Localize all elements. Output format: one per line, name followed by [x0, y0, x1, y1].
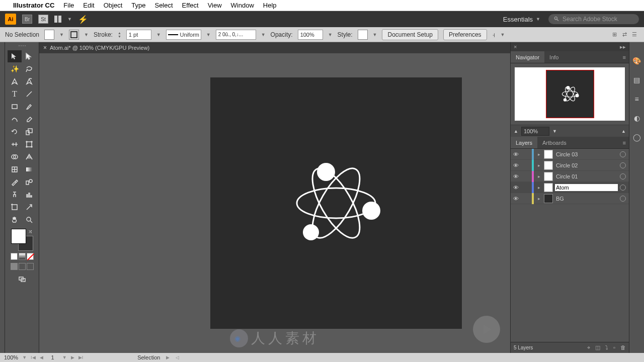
expand-layer-icon[interactable]: ▸ — [536, 174, 542, 179]
appearance-panel-icon[interactable]: ◯ — [632, 133, 641, 142]
visibility-toggle-icon[interactable]: 👁 — [511, 185, 521, 191]
slice-tool[interactable] — [22, 201, 36, 213]
stroke-weight-dropdown-icon[interactable]: ▼ — [156, 32, 161, 37]
preferences-button[interactable]: Preferences — [443, 29, 487, 40]
fill-stroke-swatch[interactable]: ⤭ — [11, 229, 33, 251]
navigator-thumbnail[interactable] — [515, 67, 625, 121]
zoom-out-icon[interactable]: ▲ — [514, 129, 518, 134]
align-dropdown-icon[interactable]: ▼ — [501, 32, 505, 37]
left-collapse-strip[interactable] — [0, 42, 5, 353]
shape-builder-tool[interactable] — [8, 151, 22, 163]
layer-name[interactable]: BG — [555, 196, 618, 202]
align-icon[interactable]: ⫞ — [492, 31, 496, 39]
free-transform-tool[interactable] — [22, 138, 36, 150]
foreground-swatch[interactable] — [11, 229, 26, 244]
opacity-dropdown-icon[interactable]: ▼ — [328, 32, 333, 37]
prev-artboard-icon[interactable]: ◀ — [40, 355, 43, 360]
opacity-input[interactable]: 100% — [298, 30, 323, 40]
shaper-tool[interactable] — [8, 113, 22, 125]
draw-normal-icon[interactable] — [11, 263, 18, 270]
layer-name[interactable]: Circle 03 — [555, 151, 618, 157]
zoom-in-icon[interactable]: ▲ — [621, 129, 626, 134]
draw-inside-icon[interactable] — [27, 263, 34, 270]
layer-name[interactable]: Circle 02 — [555, 162, 618, 168]
gradient-tool[interactable] — [22, 163, 36, 175]
layer-row[interactable]: 👁▸Circle 02 — [511, 160, 629, 171]
color-panel-icon[interactable]: 🎨 — [632, 56, 641, 65]
rectangle-tool[interactable] — [8, 101, 22, 113]
target-icon[interactable] — [620, 173, 626, 179]
expand-layer-icon[interactable]: ▸ — [536, 163, 542, 168]
new-layer-icon[interactable]: ▫ — [613, 344, 615, 351]
canvas[interactable]: ◉ 人人素材 — [39, 53, 510, 353]
panel-collapse-icon[interactable]: ▸▸ — [620, 44, 626, 50]
fill-swatch[interactable] — [44, 30, 54, 40]
layer-thumbnail[interactable] — [544, 172, 553, 181]
create-sublayer-icon[interactable]: ⤵ — [605, 344, 608, 351]
target-icon[interactable] — [620, 196, 626, 202]
style-dropdown-icon[interactable]: ▼ — [373, 32, 377, 37]
magic-wand-tool[interactable]: ✨ — [8, 63, 22, 75]
panel-close-icon[interactable]: × — [514, 44, 517, 50]
arrange-dropdown-icon[interactable]: ▼ — [67, 17, 72, 22]
tab-navigator[interactable]: Navigator — [511, 51, 544, 63]
rotate-tool[interactable] — [8, 126, 22, 138]
fill-dropdown-icon[interactable]: ▼ — [59, 32, 64, 37]
arrange-documents-icon[interactable] — [54, 16, 61, 23]
list-panel-icon[interactable]: ☰ — [630, 30, 639, 39]
mesh-tool[interactable] — [8, 163, 22, 175]
graphic-style-swatch[interactable] — [358, 30, 368, 40]
screen-mode-icon[interactable] — [15, 273, 29, 285]
swatches-panel-icon[interactable]: ▤ — [632, 75, 641, 84]
target-icon[interactable] — [620, 162, 626, 168]
artboard-tool[interactable] — [8, 201, 22, 213]
play-overlay-icon[interactable] — [473, 316, 500, 343]
blend-tool[interactable] — [22, 176, 36, 188]
layer-thumbnail[interactable] — [544, 194, 553, 203]
layer-row[interactable]: 👁▸Circle 03 — [511, 149, 629, 160]
layer-thumbnail[interactable] — [544, 161, 553, 170]
layer-row[interactable]: 👁▸BG — [511, 193, 629, 204]
scale-tool[interactable] — [22, 126, 36, 138]
pen-tool[interactable] — [8, 75, 22, 87]
bridge-icon[interactable]: Br — [22, 15, 32, 24]
visibility-toggle-icon[interactable]: 👁 — [511, 162, 521, 168]
first-artboard-icon[interactable]: I◀ — [31, 355, 36, 360]
symbol-sprayer-tool[interactable] — [8, 189, 22, 201]
layer-name[interactable]: Circle 01 — [555, 173, 618, 179]
menu-view[interactable]: View — [208, 2, 222, 9]
navigator-menu-icon[interactable]: ≡ — [620, 54, 629, 60]
paintbrush-tool[interactable] — [22, 101, 36, 113]
expand-layer-icon[interactable]: ▸ — [536, 196, 542, 201]
visibility-toggle-icon[interactable]: 👁 — [511, 151, 521, 157]
menu-object[interactable]: Object — [104, 2, 123, 9]
status-play-icon[interactable]: ▶ — [166, 355, 170, 360]
swap-colors-icon[interactable]: ⤭ — [28, 229, 32, 234]
layer-thumbnail[interactable] — [544, 150, 553, 159]
expand-layer-icon[interactable]: ▸ — [536, 152, 542, 157]
direct-selection-tool[interactable] — [22, 50, 36, 62]
eraser-tool[interactable] — [22, 113, 36, 125]
variable-width-profile[interactable]: Uniform — [166, 30, 201, 40]
line-segment-tool[interactable] — [22, 88, 36, 100]
menu-edit[interactable]: Edit — [83, 2, 94, 9]
menu-file[interactable]: File — [63, 2, 74, 9]
tools-grip[interactable] — [15, 45, 30, 48]
color-solid-icon[interactable] — [11, 253, 18, 260]
last-artboard-icon[interactable]: ▶I — [78, 355, 84, 360]
layer-thumbnail[interactable] — [544, 183, 553, 192]
brush-definition[interactable]: 2 0û., 0,↓... — [216, 30, 256, 40]
eyedropper-tool[interactable] — [8, 176, 22, 188]
width-tool[interactable] — [8, 138, 22, 150]
transparency-panel-icon[interactable]: ◐ — [632, 114, 641, 123]
menu-help[interactable]: Help — [263, 2, 277, 9]
curvature-tool[interactable] — [22, 75, 36, 87]
tab-artboards[interactable]: Artboards — [537, 137, 572, 148]
stroke-spinner[interactable]: ▲▼ — [118, 31, 121, 38]
align-panel-icon[interactable]: ⇄ — [620, 30, 629, 39]
stroke-weight-input[interactable]: 1 pt — [126, 30, 151, 40]
perspective-grid-tool[interactable] — [22, 151, 36, 163]
layer-name[interactable]: Atom — [555, 184, 618, 191]
tab-info[interactable]: Info — [544, 51, 564, 63]
delete-layer-icon[interactable]: 🗑 — [620, 344, 626, 351]
